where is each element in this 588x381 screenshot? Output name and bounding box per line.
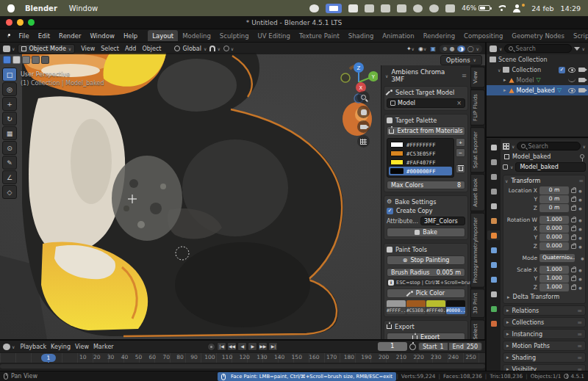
workspace-tab[interactable]: Scripting bbox=[569, 30, 588, 41]
transform-value-field[interactable]: Quaternio... ∨ bbox=[539, 254, 575, 262]
pick-color-button[interactable]: Pick Color bbox=[387, 289, 465, 298]
remove-color-button[interactable]: − bbox=[456, 148, 465, 157]
properties-tab[interactable] bbox=[487, 304, 500, 313]
show-gizmo-toggle[interactable]: ✦∨ bbox=[406, 46, 415, 52]
shading-rendered-button[interactable]: ◯ bbox=[467, 46, 474, 52]
workspace-tab[interactable]: UV Editing bbox=[254, 30, 295, 41]
transform-panel-header[interactable]: ∨ Transform ≡ bbox=[505, 176, 584, 186]
outliner-search-input[interactable]: Search bbox=[504, 44, 571, 53]
window-menu[interactable]: Window bbox=[69, 4, 98, 12]
properties-tab[interactable] bbox=[487, 319, 500, 328]
toolbar-tool[interactable]: ∠ bbox=[2, 170, 17, 184]
clear-target-icon[interactable]: × bbox=[456, 100, 462, 106]
workspace-tab[interactable]: Texture Paint bbox=[295, 30, 344, 41]
collection-checkbox[interactable]: ✓ bbox=[559, 67, 565, 73]
lock-icon[interactable] bbox=[571, 189, 576, 193]
add-color-button[interactable]: + bbox=[456, 138, 465, 147]
strip-color[interactable]: #FFF40... bbox=[426, 300, 445, 314]
close-window-button[interactable] bbox=[6, 19, 12, 26]
transform-value-field[interactable]: 0.000 ∨ bbox=[539, 233, 569, 242]
properties-tab[interactable] bbox=[487, 186, 500, 196]
mode-dropdown[interactable]: Object Mode ∨ bbox=[18, 44, 75, 54]
timeline-scroll-band[interactable] bbox=[0, 363, 485, 371]
xray-toggle[interactable]: ▣ bbox=[430, 46, 436, 52]
texture-slot-icon[interactable] bbox=[22, 56, 30, 64]
properties-search-input[interactable]: Search bbox=[517, 142, 580, 150]
lock-icon[interactable] bbox=[571, 244, 576, 249]
delta-transform-panel[interactable]: ▸ Delta Transform bbox=[505, 292, 584, 302]
lock-icon[interactable] bbox=[571, 206, 576, 211]
transform-value-field[interactable]: 0 m ∨ bbox=[539, 195, 569, 203]
keyboard-icon[interactable] bbox=[365, 4, 374, 12]
display-icon[interactable] bbox=[348, 4, 358, 12]
drag-handle-icon[interactable]: ≡ bbox=[462, 72, 467, 79]
transform-value-field[interactable]: 1.000 ∨ bbox=[539, 283, 569, 291]
workspace-tab[interactable]: Sculpting bbox=[215, 30, 254, 41]
attribute-field[interactable]: 3MF_Colors bbox=[420, 217, 465, 225]
shading-solid-button[interactable]: ● bbox=[450, 46, 455, 52]
transport-button[interactable]: |◀ bbox=[217, 342, 226, 351]
show-overlays-toggle[interactable]: ◉∨ bbox=[418, 46, 426, 52]
animate-dot[interactable]: ● bbox=[578, 268, 582, 272]
mute-icon[interactable] bbox=[445, 4, 455, 12]
record-icon[interactable] bbox=[413, 4, 423, 12]
camera-icon[interactable] bbox=[578, 88, 585, 92]
transform-value-field[interactable]: 0 m ∨ bbox=[539, 204, 569, 212]
zoom-button[interactable] bbox=[357, 91, 370, 104]
expand-icon[interactable]: ▸ bbox=[503, 77, 506, 83]
sidebar-tab[interactable]: FLIP Fluids bbox=[470, 90, 485, 126]
transform-value-field[interactable]: 1.000 ∨ bbox=[539, 266, 569, 274]
properties-tab[interactable] bbox=[487, 231, 500, 240]
eye-icon[interactable] bbox=[568, 68, 576, 73]
expand-icon[interactable]: ∨ bbox=[498, 68, 501, 73]
camera-view-button[interactable] bbox=[357, 120, 370, 133]
toolbar-tool[interactable]: ✎ bbox=[2, 156, 17, 170]
toolbar-tool[interactable]: ◎ bbox=[2, 82, 17, 96]
palette-color-row[interactable]: #C53E05FF bbox=[389, 149, 452, 158]
properties-tab[interactable] bbox=[487, 157, 500, 167]
toolbar-tool[interactable]: ▦ bbox=[2, 126, 17, 140]
workspace-tab[interactable]: Rendering bbox=[419, 30, 459, 41]
dropbox-icon[interactable] bbox=[381, 4, 390, 12]
apple-menu-icon[interactable] bbox=[7, 4, 15, 12]
strip-color[interactable]: #FFFF... bbox=[387, 300, 406, 314]
user-switch-icon[interactable] bbox=[512, 4, 521, 12]
animate-dot[interactable]: ● bbox=[578, 244, 582, 249]
delete-palette-button[interactable] bbox=[456, 164, 465, 173]
transform-value-field[interactable]: 1.000 ∨ bbox=[539, 275, 569, 283]
toolbar-tool[interactable]: □ bbox=[2, 68, 17, 81]
properties-panel-collapsed[interactable]: ▸ Motion Paths ≡ bbox=[503, 341, 586, 351]
strip-color[interactable]: #C53E0... bbox=[406, 300, 426, 314]
animate-dot[interactable]: ● bbox=[578, 227, 582, 231]
texture-slot-icon[interactable] bbox=[41, 56, 49, 64]
auto-keying-button[interactable] bbox=[207, 343, 215, 351]
strip-color[interactable]: #0000... bbox=[446, 300, 465, 314]
bake-button[interactable]: Bake bbox=[387, 228, 465, 237]
texture-slot-icon[interactable] bbox=[32, 56, 40, 64]
workspace-tab[interactable]: Shading bbox=[344, 30, 379, 41]
camera-icon[interactable] bbox=[578, 68, 585, 72]
timeline-menu[interactable]: Marker bbox=[91, 344, 116, 350]
current-frame-field[interactable]: 1 bbox=[378, 342, 407, 351]
workspace-tab[interactable]: Modeling bbox=[178, 30, 215, 41]
lock-icon[interactable] bbox=[571, 197, 576, 202]
topbar-menu[interactable]: File bbox=[14, 31, 33, 41]
outliner-row-scene-collection[interactable]: Scene Collection bbox=[487, 54, 588, 65]
lock-icon[interactable] bbox=[571, 218, 576, 222]
app-menu[interactable]: Blender bbox=[25, 4, 57, 12]
stopwatch-icon[interactable] bbox=[409, 344, 416, 350]
shading-wireframe-button[interactable]: ⊕ bbox=[442, 46, 448, 52]
viewport-menu[interactable]: Add bbox=[122, 45, 140, 53]
animate-dot[interactable]: ● bbox=[578, 206, 582, 211]
stop-painting-button[interactable]: ⊗ Stop Painting bbox=[387, 255, 465, 265]
extract-from-materials-button[interactable]: Extract from Materials bbox=[387, 126, 465, 136]
viewport-menu[interactable]: Object bbox=[139, 45, 164, 53]
sidebar-tab[interactable]: PhotogrammetryImporter bbox=[470, 213, 485, 288]
palette-color-row[interactable]: #FAF407FF bbox=[389, 158, 452, 167]
orientation-dropdown[interactable]: Global ∨ bbox=[174, 46, 207, 52]
toolbar-tool[interactable]: ↻ bbox=[2, 112, 17, 126]
timeline-menu[interactable]: Playback bbox=[18, 344, 49, 350]
properties-tab[interactable] bbox=[487, 172, 500, 181]
properties-tab[interactable] bbox=[487, 142, 500, 152]
transport-button[interactable]: ◀ bbox=[237, 342, 247, 351]
